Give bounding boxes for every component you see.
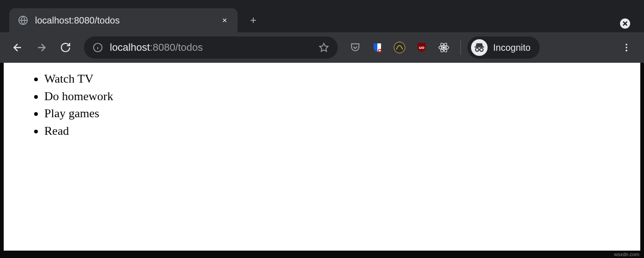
todo-list: Watch TV Do homework Play games Read [17,70,627,140]
window-close-icon[interactable] [619,18,631,30]
ublock-icon[interactable]: uo [411,37,432,58]
incognito-badge[interactable]: Incognito [467,36,540,59]
extensions-area: uo [345,37,454,58]
page-content: Watch TV Do homework Play games Read [4,63,640,251]
watermark: wsxdn.com [614,252,639,257]
pocket-icon[interactable] [345,37,365,58]
extension-icon[interactable] [389,37,410,58]
svg-point-18 [626,50,627,52]
tab-strip: localhost:8080/todos [0,0,644,32]
toolbar-divider [460,40,461,55]
list-item: Watch TV [44,70,627,88]
url-text: localhost:8080/todos [110,42,312,54]
react-devtools-icon[interactable] [434,37,454,58]
svg-rect-13 [475,47,484,48]
svg-point-9 [443,47,445,48]
back-button[interactable] [7,37,28,58]
svg-point-15 [480,48,483,51]
browser-tab[interactable]: localhost:8080/todos [9,8,238,32]
forward-button[interactable] [31,37,52,58]
svg-marker-3 [320,43,328,51]
url-host: localhost [110,42,150,54]
url-path: :8080/todos [150,42,203,54]
close-tab-icon[interactable] [220,16,229,25]
kebab-menu-icon[interactable] [616,37,637,58]
site-info-icon[interactable] [92,42,103,53]
svg-point-16 [626,44,627,46]
svg-rect-5 [379,50,381,51]
tab-title: localhost:8080/todos [35,15,214,26]
list-item: Do homework [44,88,627,105]
new-tab-button[interactable] [244,11,262,30]
address-bar[interactable]: localhost:8080/todos [84,36,338,59]
list-item: Play games [44,105,627,122]
browser-chrome: localhost:8080/todos [0,0,644,63]
incognito-icon [471,39,488,56]
reload-button[interactable] [55,37,76,58]
svg-point-14 [476,48,479,51]
svg-point-17 [626,47,627,48]
globe-icon [18,15,29,26]
incognito-label: Incognito [493,42,531,53]
svg-text:uo: uo [419,45,424,50]
toolbar: localhost:8080/todos [0,32,644,63]
bitwarden-icon[interactable] [367,37,388,58]
bookmark-star-icon[interactable] [318,42,329,53]
list-item: Read [44,122,627,140]
